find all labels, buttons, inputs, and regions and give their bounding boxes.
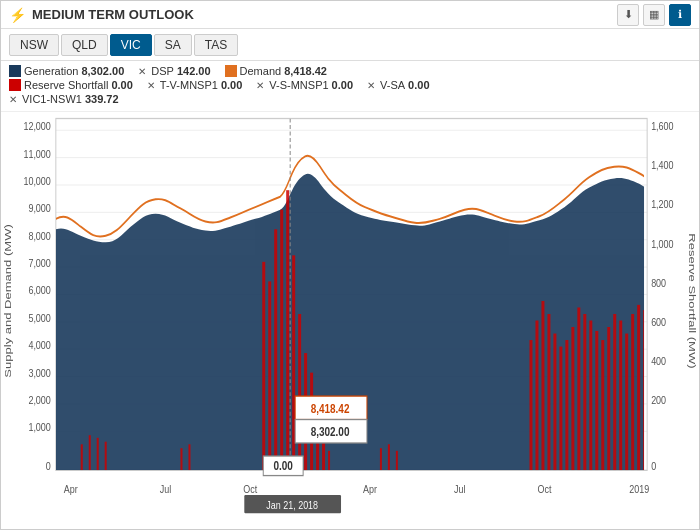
svg-rect-68 <box>577 307 580 470</box>
svg-text:Reserve Shortfall (MW): Reserve Shortfall (MW) <box>687 233 698 368</box>
t-v-mnsp1-label: T-V-MNSP1 <box>160 79 218 91</box>
svg-rect-39 <box>81 444 83 470</box>
svg-text:9,000: 9,000 <box>28 202 51 214</box>
svg-rect-75 <box>619 321 622 471</box>
v-s-mnsp1-value: 0.00 <box>332 79 353 91</box>
generation-swatch <box>9 65 21 77</box>
demand-value: 8,418.42 <box>284 65 327 77</box>
svg-rect-47 <box>274 229 277 470</box>
dsp-value: 142.00 <box>177 65 211 77</box>
svg-text:Jan 21, 2018: Jan 21, 2018 <box>266 499 318 511</box>
legend: Generation 8,302.00 ✕ DSP 142.00 Demand … <box>1 61 699 112</box>
dsp-x-icon: ✕ <box>138 66 146 77</box>
tab-tas[interactable]: TAS <box>194 34 238 56</box>
tab-qld[interactable]: QLD <box>61 34 108 56</box>
t-v-mnsp1-value: 0.00 <box>221 79 242 91</box>
dsp-label: DSP <box>151 65 174 77</box>
svg-text:Oct: Oct <box>243 482 257 494</box>
v-s-mnsp1-label: V-S-MNSP1 <box>269 79 328 91</box>
svg-rect-43 <box>180 448 182 470</box>
svg-text:2,000: 2,000 <box>28 394 51 406</box>
reserve-shortfall-value: 0.00 <box>111 79 132 91</box>
tab-vic[interactable]: VIC <box>110 34 152 56</box>
svg-text:0: 0 <box>651 460 656 472</box>
svg-text:0: 0 <box>46 460 51 472</box>
reserve-shortfall-swatch <box>9 79 21 91</box>
svg-text:1,600: 1,600 <box>651 120 674 132</box>
svg-rect-40 <box>89 435 91 470</box>
svg-text:7,000: 7,000 <box>28 257 51 269</box>
svg-rect-72 <box>601 340 604 470</box>
header-left: ⚡ MEDIUM TERM OUTLOOK <box>9 7 194 23</box>
legend-reserve-shortfall: Reserve Shortfall 0.00 <box>9 79 133 91</box>
svg-rect-49 <box>286 190 289 470</box>
svg-rect-57 <box>380 448 382 470</box>
svg-rect-78 <box>637 305 640 470</box>
vic1-nsw1-value: 339.72 <box>85 93 119 105</box>
svg-rect-59 <box>396 451 398 471</box>
download-button[interactable]: ⬇ <box>617 4 639 26</box>
header-actions: ⬇ ▦ ℹ <box>617 4 691 26</box>
lightning-icon: ⚡ <box>9 7 26 23</box>
svg-rect-71 <box>595 331 598 470</box>
svg-rect-74 <box>613 314 616 470</box>
legend-v-s-mnsp1: ✕ V-S-MNSP1 0.00 <box>256 79 353 91</box>
svg-rect-76 <box>625 334 628 471</box>
legend-t-v-mnsp1: ✕ T-V-MNSP1 0.00 <box>147 79 243 91</box>
svg-text:8,418.42: 8,418.42 <box>311 401 350 416</box>
svg-text:0.00: 0.00 <box>273 458 292 473</box>
chart-type-button[interactable]: ▦ <box>643 4 665 26</box>
reserve-shortfall-label: Reserve Shortfall <box>24 79 108 91</box>
demand-label: Demand <box>240 65 282 77</box>
legend-demand: Demand 8,418.42 <box>225 65 327 77</box>
svg-text:Jul: Jul <box>454 482 465 494</box>
legend-v-sa: ✕ V-SA 0.00 <box>367 79 430 91</box>
demand-swatch <box>225 65 237 77</box>
svg-rect-64 <box>553 334 556 471</box>
tabs-bar: NSWQLDVICSATAS <box>1 29 699 61</box>
tab-sa[interactable]: SA <box>154 34 192 56</box>
page-title: MEDIUM TERM OUTLOOK <box>32 7 194 22</box>
svg-rect-61 <box>535 321 538 471</box>
svg-rect-42 <box>105 442 107 471</box>
chart-container[interactable]: 12,000 11,000 10,000 9,000 8,000 7,000 6… <box>1 112 699 529</box>
svg-rect-58 <box>388 444 390 470</box>
svg-rect-48 <box>280 210 283 471</box>
svg-text:800: 800 <box>651 277 666 289</box>
svg-rect-63 <box>547 314 550 470</box>
svg-text:1,400: 1,400 <box>651 159 674 171</box>
svg-rect-77 <box>631 314 634 470</box>
svg-text:4,000: 4,000 <box>28 339 51 351</box>
svg-rect-70 <box>589 321 592 471</box>
svg-text:11,000: 11,000 <box>23 148 51 160</box>
v-sa-label: V-SA <box>380 79 405 91</box>
svg-text:1,000: 1,000 <box>28 421 51 433</box>
svg-rect-66 <box>565 340 568 470</box>
svg-text:Apr: Apr <box>64 482 78 494</box>
svg-rect-79 <box>643 310 646 470</box>
svg-text:3,000: 3,000 <box>28 366 51 378</box>
legend-row-3: ✕ VIC1-NSW1 339.72 <box>9 93 691 105</box>
svg-text:1,200: 1,200 <box>651 198 674 210</box>
tab-nsw[interactable]: NSW <box>9 34 59 56</box>
svg-text:Jul: Jul <box>160 482 171 494</box>
info-button[interactable]: ℹ <box>669 4 691 26</box>
svg-text:1,000: 1,000 <box>651 237 674 249</box>
svg-rect-65 <box>559 347 562 471</box>
svg-rect-44 <box>188 444 190 470</box>
chart-svg: 12,000 11,000 10,000 9,000 8,000 7,000 6… <box>1 112 699 529</box>
svg-text:400: 400 <box>651 355 666 367</box>
svg-rect-62 <box>541 301 544 470</box>
svg-rect-46 <box>268 281 271 470</box>
svg-text:Supply and Demand (MW): Supply and Demand (MW) <box>2 224 13 378</box>
svg-rect-73 <box>607 327 610 470</box>
v-sa-x-icon: ✕ <box>367 80 375 91</box>
legend-vic1-nsw1: ✕ VIC1-NSW1 339.72 <box>9 93 119 105</box>
svg-rect-41 <box>97 438 99 471</box>
svg-rect-51 <box>298 314 301 470</box>
svg-text:Apr: Apr <box>363 482 377 494</box>
v-sa-value: 0.00 <box>408 79 429 91</box>
legend-row-2: Reserve Shortfall 0.00 ✕ T-V-MNSP1 0.00 … <box>9 79 691 91</box>
t-v-mnsp1-x-icon: ✕ <box>147 80 155 91</box>
generation-label: Generation <box>24 65 78 77</box>
